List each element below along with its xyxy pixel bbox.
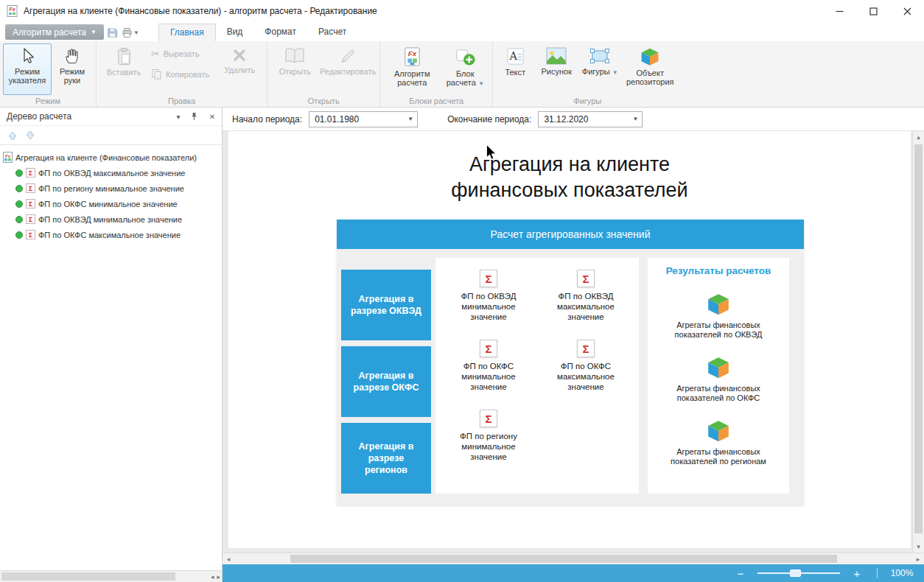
diagram-page: Агрегация на клиенте финансовых показате… [228, 131, 911, 548]
aggregation-regions-block[interactable]: Агрегация в разрезе регионов [341, 423, 431, 494]
zoom-slider[interactable] [757, 569, 840, 578]
move-down-button[interactable] [25, 130, 35, 141]
paste-icon [114, 46, 134, 66]
tab-format[interactable]: Формат [253, 24, 307, 41]
hand-icon [63, 46, 82, 66]
repository-cube-icon [640, 46, 660, 67]
copy-icon [151, 69, 162, 80]
vertical-scrollbar[interactable]: ▴ ▾ [912, 131, 924, 553]
edit-object-button[interactable]: Редактировать [319, 43, 377, 95]
calc-blocks-panel: Σ ФП по ОКВЭД минимальное значение Σ ФП … [435, 258, 639, 494]
print-button[interactable]: ▼ [122, 24, 139, 41]
scroll-left-icon[interactable]: ◂ [211, 573, 214, 581]
tree-item[interactable]: Σ ФП по ОКВЭД максимальное значение [3, 165, 219, 180]
scrollbar-thumb[interactable] [1, 572, 175, 581]
group-label-open: Открыть [267, 97, 379, 105]
shapes-button[interactable]: Фигуры ▼ [578, 43, 621, 95]
repository-object-button[interactable]: Объект репозитория [621, 43, 679, 95]
calc-block[interactable]: Σ ФП по ОКФС максимальное значение [537, 340, 634, 392]
maximize-button[interactable] [856, 0, 890, 22]
tree-item[interactable]: Σ ФП по ОКФС минимальное значение [3, 196, 219, 211]
picture-icon [545, 46, 567, 66]
tab-raschet[interactable]: Расчет [307, 24, 357, 41]
scroll-left-icon[interactable]: ◂ [223, 553, 234, 564]
tree-item[interactable]: Σ ФП по ОКВЭД минимальное значение [3, 211, 219, 227]
tree-item-label: ФП по ОКФС минимальное значение [38, 200, 178, 208]
calc-tree-panel-header: Дерево расчета ▾ ✕ [0, 108, 222, 125]
sigma-icon: Σ [26, 214, 35, 224]
move-up-button[interactable] [7, 130, 18, 141]
sigma-icon: Σ [577, 340, 595, 357]
tab-vid[interactable]: Вид [216, 24, 254, 41]
tree-toolbar [0, 125, 222, 145]
tree-item-label: ФП по ОКФС максимальное значение [38, 231, 181, 239]
dropdown-arrow-icon: ▼ [133, 29, 139, 36]
tab-glavnaya[interactable]: Главная [158, 24, 216, 41]
calc-block[interactable]: Σ ФП по ОКВЭД максимальное значение [537, 270, 634, 322]
scroll-down-icon[interactable]: ▾ [913, 541, 924, 553]
scrollbar-thumb[interactable] [290, 555, 837, 563]
calc-block-label: Блок расчета [447, 69, 476, 87]
group-label-blocks: Блоки расчета [380, 97, 492, 105]
result-item[interactable]: Агрегаты финансовых показателей по ОКВЭД [662, 292, 774, 340]
horizontal-scrollbar[interactable]: ◂ ▸ [223, 553, 924, 564]
period-bar: Начало периода: 01.01.1980 ▼ Окончание п… [223, 108, 924, 131]
period-end-dropdown[interactable]: 31.12.2020 ▼ [538, 111, 643, 127]
dropdown-arrow-icon: ▼ [632, 116, 638, 122]
result-item[interactable]: Агрегаты финансовых показателей по регио… [662, 418, 774, 466]
period-start-label: Начало периода: [232, 114, 302, 125]
text-shape-button[interactable]: A Текст [496, 43, 534, 95]
calc-block[interactable]: Σ ФП по региону минимальное значение [440, 410, 537, 462]
aggregation-okfs-block[interactable]: Агрегация в разрезе ОКФС [341, 346, 431, 417]
pointer-mode-button[interactable]: Режим указателя [3, 43, 52, 95]
close-button[interactable] [890, 0, 924, 22]
scroll-right-icon[interactable]: ▸ [912, 553, 924, 564]
diagram-outer-container: Расчет агрегированных значений Агрегация… [337, 220, 804, 505]
delete-button[interactable]: Удалить [215, 43, 264, 95]
calc-block[interactable]: Σ ФП по ОКФС минимальное значение [440, 340, 537, 392]
app-document-icon: Fx [7, 5, 18, 17]
calc-algorithm-button[interactable]: Fx Алгоритм расчета [383, 43, 441, 95]
minimize-button[interactable] [822, 0, 856, 22]
hand-mode-button[interactable]: Режим руки [52, 43, 93, 95]
diagram-canvas[interactable]: Агрегация на клиенте финансовых показате… [223, 131, 912, 553]
panel-menu-arrow-icon[interactable]: ▾ [173, 113, 183, 121]
scrollbar-thumb[interactable] [914, 144, 923, 533]
tree-horizontal-scrollbar[interactable]: ◂ ▸ [0, 570, 222, 582]
calc-algorithm-label: Алгоритм расчета [384, 69, 440, 87]
algorithm-menu-button[interactable]: Алгоритм расчета ▼ [5, 24, 104, 40]
scroll-up-icon[interactable]: ▴ [913, 131, 924, 143]
tree-item[interactable]: Σ ФП по ОКФС максимальное значение [3, 227, 219, 242]
aggregation-okved-block[interactable]: Агрегация в разрезе ОКВЭД [341, 270, 431, 340]
cut-icon: ✂ [151, 48, 160, 60]
open-label: Открыть [279, 67, 311, 76]
group-label-shapes: Фигуры [493, 97, 682, 105]
diagram-title-line1: Агрегация на клиенте [228, 152, 911, 178]
copy-button[interactable]: Копировать [148, 67, 215, 81]
svg-text:A: A [508, 50, 517, 62]
main-area: Начало периода: 01.01.1980 ▼ Окончание п… [223, 108, 924, 582]
save-icon [107, 27, 118, 38]
scroll-right-icon[interactable]: ▸ [217, 573, 220, 581]
zoom-out-button[interactable]: − [732, 568, 749, 579]
save-button[interactable] [104, 24, 122, 41]
period-start-dropdown[interactable]: 01.01.1980 ▼ [309, 111, 418, 127]
tree-item[interactable]: Σ ФП по региону минимальное значение [3, 180, 219, 196]
pencil-icon [338, 46, 357, 66]
tree-root-item[interactable]: Fx Агрегация на клиенте (Финансовые пока… [3, 150, 219, 165]
calc-block[interactable]: Σ ФП по ОКВЭД минимальное значение [440, 270, 537, 322]
minimize-icon [836, 7, 844, 15]
zoom-slider-thumb[interactable] [790, 569, 801, 577]
paste-button[interactable]: Вставить [99, 43, 148, 95]
dropdown-arrow-icon: ▼ [612, 69, 618, 76]
picture-button[interactable]: Рисунок [534, 43, 578, 95]
hand-mode-label: Режим руки [52, 67, 92, 85]
zoom-in-button[interactable]: + [849, 568, 865, 579]
result-cube-icon [706, 418, 731, 443]
panel-close-icon[interactable]: ✕ [207, 113, 217, 121]
open-button[interactable]: Открыть [270, 43, 319, 95]
cut-button[interactable]: ✂ Вырезать [148, 46, 215, 61]
calc-block-button[interactable]: Блок расчета ▼ [441, 43, 489, 95]
result-item[interactable]: Агрегаты финансовых показателей по ОКФС [662, 355, 774, 403]
pin-icon[interactable] [190, 112, 200, 121]
